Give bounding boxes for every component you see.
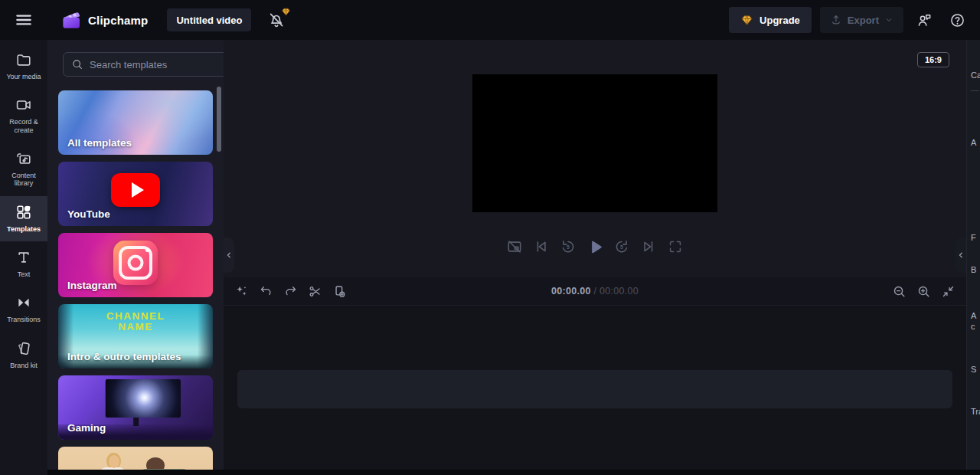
zoom-out-icon — [892, 284, 906, 299]
right-panel-truncated-label: A — [971, 138, 976, 147]
brand-kit-icon — [15, 340, 32, 357]
preview-area: 16:9 55 — [224, 40, 966, 277]
feedback-person-icon — [916, 12, 933, 28]
youtube-logo — [111, 173, 160, 207]
search-templates-input[interactable] — [90, 59, 224, 70]
hamburger-menu-icon[interactable] — [14, 10, 34, 30]
search-icon — [71, 58, 83, 70]
transitions-icon — [15, 294, 32, 311]
redo-icon — [283, 284, 298, 299]
template-card-label: Instagram — [67, 280, 117, 291]
scissors-icon — [308, 284, 322, 299]
timeline-track[interactable] — [237, 370, 952, 408]
play-button[interactable] — [586, 238, 604, 256]
suggestions-button[interactable] — [234, 284, 249, 299]
sidebar-item-templates[interactable]: Templates — [0, 196, 47, 241]
collapse-right-panel-button[interactable] — [956, 238, 966, 273]
sidebar-item-brand-kit[interactable]: Brand kit — [0, 332, 47, 378]
duplicate-icon — [332, 284, 347, 299]
upgrade-label: Upgrade — [760, 15, 800, 26]
template-card-instagram[interactable]: Instagram — [58, 233, 213, 297]
export-button[interactable]: Export — [820, 7, 903, 33]
templates-icon — [15, 204, 32, 221]
right-panel-truncated-label: B — [971, 265, 976, 274]
right-panel-truncated-label: S — [971, 365, 976, 374]
left-sidebar: Your mediaRecord & createContent library… — [0, 40, 47, 475]
timeline-toolbar: 00:00.00 / 00:00.00 — [224, 277, 966, 306]
duplicate-button[interactable] — [332, 284, 347, 299]
timeline-zoom-tools — [892, 284, 956, 299]
collapse-panel-button[interactable] — [224, 238, 234, 273]
svg-text:5: 5 — [620, 244, 623, 250]
sidebar-item-your-media[interactable]: Your media — [0, 44, 47, 89]
forward-5s-button[interactable]: 5 — [612, 238, 631, 256]
record-create-icon — [15, 97, 32, 113]
sidebar-item-content-library[interactable]: Content library — [0, 142, 47, 196]
help-button[interactable] — [945, 8, 969, 32]
fullscreen-button[interactable] — [666, 238, 684, 256]
skip-to-start-button[interactable] — [532, 238, 550, 256]
template-card-label: Gaming — [67, 422, 106, 434]
template-card-label: Intro & outro templates — [67, 351, 181, 362]
sidebar-item-label: Templates — [7, 225, 41, 233]
skip-start-icon — [533, 238, 550, 255]
right-panel-truncated-label: Tra — [971, 407, 980, 416]
timeline-tools — [234, 284, 347, 299]
chevron-down-icon — [884, 15, 893, 25]
split-button[interactable] — [308, 284, 322, 299]
templates-panel: All templatesYouTubeInstagramCHANNELNAME… — [47, 40, 224, 475]
notifications-off-icon[interactable] — [267, 11, 286, 29]
template-card-intro-outro-templates[interactable]: CHANNELNAMEIntro & outro templates — [58, 304, 213, 369]
panel-scrollbar[interactable] — [217, 87, 221, 152]
template-card-gaming[interactable]: Gaming — [58, 375, 213, 440]
play-icon — [586, 237, 604, 257]
collapse-icon — [941, 284, 956, 299]
template-card-youtube[interactable]: YouTube — [58, 162, 213, 226]
total-time: 00:00.00 — [599, 286, 639, 296]
sidebar-item-label: Content library — [2, 172, 46, 188]
channel-name-overlay: CHANNELNAME — [58, 311, 213, 332]
skip-end-icon — [640, 238, 657, 255]
upgrade-button[interactable]: Upgrade — [729, 7, 812, 33]
premium-gem-badge-icon — [281, 7, 291, 17]
undo-button[interactable] — [259, 284, 273, 299]
picture-in-picture-button[interactable] — [505, 238, 524, 256]
header: Clipchamp Untitled video Upgrade Export — [0, 0, 980, 40]
chevron-left-icon — [956, 251, 965, 260]
redo-button[interactable] — [283, 284, 298, 299]
forward-5-icon: 5 — [613, 238, 630, 255]
rewind-5s-button[interactable]: 5 — [559, 238, 577, 256]
timecode: 00:00.00 / 00:00.00 — [551, 286, 639, 296]
svg-text:5: 5 — [567, 244, 570, 250]
feedback-button[interactable] — [912, 8, 936, 32]
sidebar-item-record-create[interactable]: Record & create — [0, 89, 47, 142]
search-row — [47, 40, 224, 83]
youtube-play-triangle — [132, 182, 144, 198]
template-card-all-templates[interactable]: All templates — [58, 90, 213, 155]
gem-icon — [740, 14, 753, 27]
export-label: Export — [848, 15, 879, 26]
header-actions: Upgrade Export — [729, 7, 969, 33]
sidebar-item-text[interactable]: Text — [0, 241, 47, 287]
fit-timeline-button[interactable] — [941, 284, 956, 299]
sidebar-item-transitions[interactable]: Transitions — [0, 287, 47, 332]
current-time: 00:00.00 — [551, 286, 591, 296]
sidebar-item-label: Transitions — [7, 316, 41, 323]
template-card-label: All templates — [67, 137, 132, 149]
skip-to-end-button[interactable] — [639, 238, 658, 256]
right-panel-truncated-label: F — [971, 233, 976, 242]
right-panel-divider — [971, 90, 979, 91]
brand: Clipchamp — [60, 10, 148, 31]
undo-icon — [259, 284, 273, 299]
time-separator: / — [591, 286, 599, 296]
video-preview-frame[interactable] — [472, 74, 717, 212]
aspect-ratio-badge[interactable]: 16:9 — [917, 52, 949, 67]
chevron-left-icon — [224, 251, 234, 260]
project-title-input[interactable]: Untitled video — [167, 8, 251, 31]
right-panel-truncated-label: A — [971, 311, 976, 320]
pip-off-icon — [506, 238, 523, 255]
timeline-zoom-in-button[interactable] — [916, 284, 931, 299]
timeline-zoom-out-button[interactable] — [892, 284, 906, 299]
search-box — [63, 52, 224, 77]
template-cards-list: All templatesYouTubeInstagramCHANNELNAME… — [47, 83, 224, 475]
